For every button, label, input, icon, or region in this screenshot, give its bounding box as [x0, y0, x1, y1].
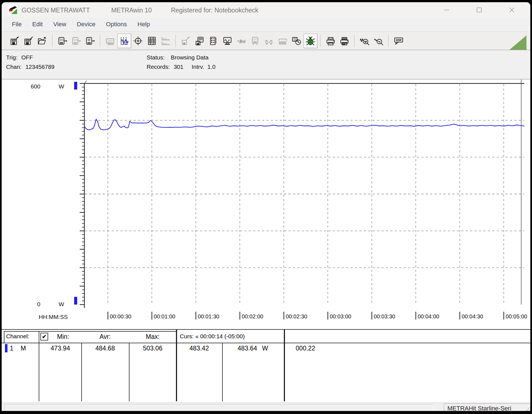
toolbar-separator: [388, 35, 389, 47]
read-device-321-icon[interactable]: 321: [56, 34, 69, 48]
app-name-title: METRAwin 10: [111, 7, 152, 14]
svg-text:00:05:00: 00:05:00: [506, 313, 527, 319]
avr-value: 484.68: [95, 345, 115, 352]
menu-file[interactable]: File: [7, 19, 27, 30]
screen: GOSSEN METRAWATT METRAwin 10 Registered …: [0, 0, 532, 414]
print-chart-icon[interactable]: [324, 34, 338, 48]
live-bug-icon[interactable]: [303, 34, 317, 48]
cursor1-value: 483.42: [190, 345, 209, 352]
menu-edit[interactable]: Edit: [27, 19, 48, 30]
cursor2-unit: W: [262, 345, 268, 352]
device-save-icon[interactable]: [193, 34, 207, 48]
device-name-text: METRAHit Starline-Seri: [447, 405, 511, 411]
channel-color-marker: [5, 344, 7, 352]
min-value: 473.94: [51, 345, 70, 352]
registered-for-text: Registered for: Notebookcheck: [171, 7, 258, 14]
menu-device[interactable]: Device: [72, 19, 101, 30]
channel-list-icon[interactable]: [207, 34, 220, 48]
svg-text:00:02:30: 00:02:30: [286, 313, 307, 319]
svg-text:1257: 1257: [107, 40, 113, 42]
toolbar-separator: [354, 35, 355, 47]
comment-balloon-icon[interactable]: [392, 34, 406, 48]
export-disk-icon: [179, 34, 193, 48]
menu-help[interactable]: Help: [132, 19, 155, 30]
toolbar-separator: [175, 35, 176, 47]
svg-text:0: 0: [37, 301, 40, 307]
svg-text:M: M: [88, 38, 90, 41]
svg-text:321: 321: [253, 38, 257, 41]
table-view-icon[interactable]: [145, 34, 159, 48]
chan-value: 123456789: [25, 64, 55, 70]
power-trend-chart[interactable]: 600W0WHH:MM:SS00:00:3000:01:0000:01:3000…: [2, 80, 530, 330]
save-import-icon[interactable]: [22, 34, 35, 48]
impulse-icon: [276, 34, 290, 48]
zoom-in-icon[interactable]: [358, 34, 372, 48]
xy-view-icon[interactable]: [131, 34, 145, 48]
svg-text:00:00:30: 00:00:30: [110, 313, 131, 319]
minimize-button[interactable]: [440, 4, 453, 15]
channel-checkbox[interactable]: ✔: [40, 333, 48, 340]
probes-icon: [262, 34, 276, 48]
toolbar-separator: [52, 35, 53, 47]
window-controls: [440, 2, 530, 18]
svg-text:00:03:30: 00:03:30: [374, 313, 395, 319]
app-icon: [8, 5, 18, 15]
intrv-label: Intrv.: [192, 64, 204, 70]
records-value: 301: [174, 64, 183, 70]
menu-options[interactable]: Options: [101, 19, 132, 30]
menu-view[interactable]: View: [48, 19, 71, 30]
svg-text:W: W: [59, 83, 64, 90]
avr-header: Avr:: [100, 333, 111, 340]
toolbar-separator: [320, 35, 321, 47]
svg-text:00:01:30: 00:01:30: [198, 313, 219, 319]
channel-number: 1: [10, 345, 14, 352]
min-header: Min:: [57, 333, 69, 340]
chart-panel: 600W0WHH:MM:SS00:00:3000:01:0000:01:3000…: [2, 79, 530, 330]
acquisition-status-panel: Trig: OFF Chan: 123456789 Status: Browsi…: [2, 50, 530, 80]
online-monitor-icon[interactable]: [220, 34, 234, 48]
close-button[interactable]: [505, 4, 518, 15]
status-value: Browsing Data: [171, 54, 209, 61]
svg-text:600: 600: [31, 83, 40, 90]
channel-mode: M: [20, 345, 26, 352]
screen-bottom-edge: [0, 411, 532, 414]
save-export-icon[interactable]: [8, 34, 22, 48]
cursor2-value: 483.64: [238, 345, 257, 352]
print-report-icon[interactable]: [338, 34, 351, 48]
maximize-button[interactable]: [473, 4, 486, 15]
svg-text:=f(x): =f(x): [237, 39, 245, 44]
svg-text:00:03:00: 00:03:00: [330, 313, 351, 319]
records-label: Records:: [147, 64, 170, 70]
status-bar: METRAHit Starline-Seri: [2, 403, 530, 411]
device-321-gray-icon: 321: [248, 34, 262, 48]
measurement-table: Channel: ✔ Min: Avr: Max: Curs: « 00:00:…: [2, 329, 530, 402]
timer-clock-icon[interactable]: 12: [290, 34, 303, 48]
chart-view-icon[interactable]: [117, 34, 131, 48]
svg-text:HH:MM:SS: HH:MM:SS: [39, 314, 68, 320]
svg-text:321: 321: [73, 38, 78, 41]
max-header: Max:: [146, 333, 160, 340]
trig-label: Trig:: [6, 54, 17, 61]
app-window: GOSSEN METRAWATT METRAwin 10 Registered …: [2, 2, 530, 411]
green-resize-triangle: [508, 35, 526, 51]
title-bar: GOSSEN METRAWATT METRAwin 10 Registered …: [2, 2, 530, 18]
zoom-out-icon[interactable]: [372, 34, 385, 48]
open-file-icon[interactable]: [35, 34, 49, 48]
svg-text:00:01:00: 00:01:00: [154, 313, 175, 319]
svg-text:00:04:30: 00:04:30: [462, 313, 483, 319]
status-bar-left-panel: [4, 404, 433, 411]
trig-value: OFF: [21, 54, 33, 61]
svg-text:321: 321: [59, 38, 64, 41]
chan-label: Chan:: [6, 64, 22, 70]
cursor-header: Curs: « 00:00:14 (-05:00): [180, 333, 245, 340]
max-value: 503.06: [143, 345, 162, 352]
toolbar: 321321M1257=f(x)32112: [2, 32, 530, 50]
svg-text:00:02:00: 00:02:00: [242, 313, 263, 319]
read-memory-icon[interactable]: M: [83, 34, 97, 48]
multimeter-display-icon: 1257: [103, 34, 117, 48]
menu-bar: FileEditViewDeviceOptionsHelp: [2, 18, 530, 31]
resize-grip[interactable]: [524, 405, 530, 411]
function-fx-icon[interactable]: =f(x): [234, 34, 248, 48]
app-vendor-title: GOSSEN METRAWATT: [22, 7, 90, 14]
delta-value: 000.22: [296, 345, 315, 352]
